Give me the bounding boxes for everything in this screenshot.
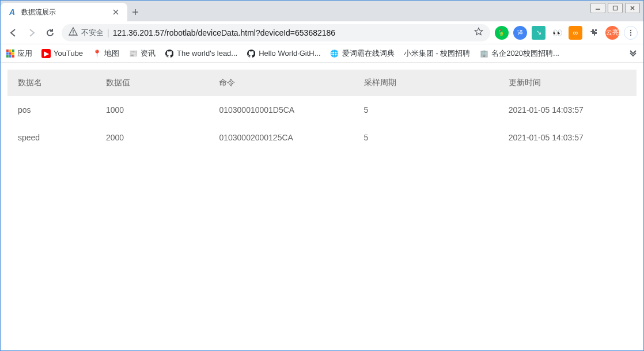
separator: |: [107, 28, 109, 37]
th-name: 数据名: [7, 70, 96, 96]
tab-title: 数据流展示: [21, 7, 56, 17]
tab-strip: A 数据流展示: [1, 1, 643, 21]
bookmark-maps[interactable]: 📍 地图: [92, 48, 119, 59]
extension-translate-icon[interactable]: 译: [513, 26, 527, 40]
url-text: 121.36.201.57/robotlab/deviceData.html?d…: [113, 28, 335, 37]
globe-icon: 🌐: [330, 49, 339, 58]
svg-rect-5: [613, 6, 618, 10]
profile-avatar[interactable]: 云亮: [605, 26, 619, 40]
bookmark-campus[interactable]: 🏢 名企2020校园招聘...: [479, 48, 559, 59]
back-button[interactable]: [6, 26, 20, 40]
new-tab-button[interactable]: [127, 4, 143, 20]
table-header-row: 数据名 数据值 命令 采样周期 更新时间: [7, 70, 637, 96]
bookmark-xiaomi[interactable]: 小米集团 - 校园招聘: [404, 48, 471, 59]
github-icon: [165, 49, 174, 58]
extension-eyes-icon[interactable]: 👀: [550, 26, 564, 40]
page-content: 数据名 数据值 命令 采样周期 更新时间 pos 1000 0103000100…: [1, 63, 643, 158]
cell-name: pos: [7, 96, 96, 124]
th-command: 命令: [209, 70, 353, 96]
apps-shortcut[interactable]: 应用: [6, 48, 32, 59]
bookmark-iciba[interactable]: 🌐 爱词霸在线词典: [330, 48, 395, 59]
close-tab-icon[interactable]: [111, 7, 120, 17]
news-icon: 📰: [128, 49, 138, 58]
cell-command: 01030002000125CA: [209, 124, 353, 151]
forward-button[interactable]: [25, 26, 39, 40]
window-titlebar: A 数据流展示: [1, 1, 643, 21]
bookmark-star-icon[interactable]: [474, 27, 483, 38]
bookmarks-bar: 应用 ▶ YouTube 📍 地图 📰 资讯 The world's lead.…: [1, 44, 643, 63]
svg-point-10: [630, 29, 631, 30]
th-value: 数据值: [96, 70, 209, 96]
browser-toolbar: 不安全 | 121.36.201.57/robotlab/deviceData.…: [1, 21, 643, 44]
address-bar[interactable]: 不安全 | 121.36.201.57/robotlab/deviceData.…: [62, 24, 490, 41]
insecure-icon: [69, 27, 78, 38]
close-window-button[interactable]: [625, 3, 640, 13]
apps-label: 应用: [17, 48, 32, 59]
github-icon: [247, 49, 256, 58]
svg-point-12: [630, 34, 631, 35]
th-period: 采样周期: [354, 70, 498, 96]
extension-infinity-icon[interactable]: ∞: [569, 26, 582, 40]
cell-name: speed: [7, 124, 96, 151]
tab-favicon: A: [7, 7, 17, 17]
minimize-button[interactable]: [590, 3, 605, 13]
insecure-label: 不安全: [81, 28, 104, 38]
bookmarks-overflow-button[interactable]: [628, 48, 638, 59]
extensions-puzzle-icon[interactable]: [587, 26, 601, 40]
cell-value: 2000: [96, 124, 209, 151]
window-controls: [590, 3, 640, 13]
cell-time: 2021-01-05 14:03:57: [498, 124, 637, 151]
svg-point-9: [73, 33, 74, 35]
maximize-button[interactable]: [608, 3, 623, 13]
browser-menu-button[interactable]: [624, 26, 638, 40]
extension-toucan-icon[interactable]: 🦜: [495, 26, 509, 40]
table-row: speed 2000 01030002000125CA 5 2021-01-05…: [7, 124, 637, 151]
svg-point-11: [630, 32, 631, 33]
cell-command: 010300010001D5CA: [209, 96, 353, 124]
youtube-icon: ▶: [41, 49, 51, 58]
cell-period: 5: [354, 96, 498, 124]
reload-button[interactable]: [43, 26, 57, 40]
cell-value: 1000: [96, 96, 209, 124]
browser-tab[interactable]: A 数据流展示: [1, 3, 127, 21]
data-table: 数据名 数据值 命令 采样周期 更新时间 pos 1000 0103000100…: [7, 70, 637, 151]
cell-period: 5: [354, 124, 498, 151]
maps-icon: 📍: [92, 49, 101, 58]
bookmark-github2[interactable]: Hello World·GitH...: [247, 49, 320, 58]
bookmark-news[interactable]: 📰 资讯: [128, 48, 156, 59]
building-icon: 🏢: [479, 49, 488, 58]
bookmark-github1[interactable]: The world's lead...: [165, 49, 237, 58]
th-time: 更新时间: [498, 70, 637, 96]
apps-grid-icon: [6, 49, 14, 58]
extension-save-icon[interactable]: ↘: [532, 26, 545, 40]
bookmark-youtube[interactable]: ▶ YouTube: [41, 49, 83, 58]
table-row: pos 1000 010300010001D5CA 5 2021-01-05 1…: [7, 96, 637, 124]
cell-time: 2021-01-05 14:03:57: [498, 96, 637, 124]
